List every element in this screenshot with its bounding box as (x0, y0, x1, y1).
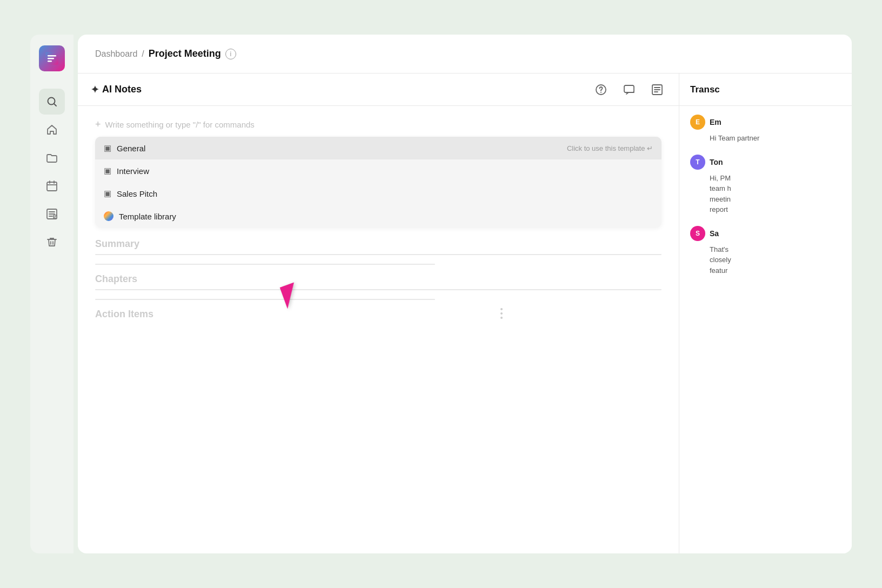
ai-notes-text: AI Notes (102, 84, 142, 95)
sidebar (30, 35, 74, 553)
breadcrumb-dashboard: Dashboard (95, 49, 137, 59)
sparkle-icon: ✦ (91, 84, 99, 96)
avatar-s: S (690, 226, 705, 241)
avatar-t: T (690, 155, 705, 170)
avatar-e: E (690, 115, 705, 130)
main-content: Dashboard / Project Meeting i ✦ AI Notes (78, 35, 852, 553)
notes-list-button[interactable] (649, 81, 666, 98)
chat-button[interactable] (620, 81, 638, 98)
transcript-header: Transc (679, 74, 852, 106)
template-dropdown: ▣ General Click to use this template ↵ ▣… (95, 137, 662, 228)
message-text-s: That'scloselyfeatur (690, 244, 841, 276)
notes-toolbar: ✦ AI Notes (78, 74, 679, 106)
sender-t: Ton (710, 158, 723, 166)
summary-line-short (95, 264, 435, 265)
message-header-e: E Em (690, 115, 841, 130)
template-interview-icon: ▣ (104, 166, 111, 176)
sidebar-item-home[interactable] (39, 117, 65, 143)
toolbar-icons (592, 81, 666, 98)
app-wrapper: Dashboard / Project Meeting i ✦ AI Notes (30, 35, 852, 553)
sender-s: Sa (710, 229, 719, 238)
chapters-line-short (95, 299, 435, 300)
template-item-general[interactable]: ▣ General Click to use this template ↵ (95, 137, 662, 159)
chapters-line-full (95, 289, 662, 290)
breadcrumb-info-button[interactable]: i (225, 49, 236, 59)
app-logo[interactable] (39, 45, 65, 71)
action-items-section: Action Items (95, 309, 662, 320)
write-prompt[interactable]: + Write something or type "/" for comman… (95, 119, 662, 130)
transcript-body: E Em Hi Team partner T Ton Hi, PMteam hm… (679, 106, 852, 553)
scrollbar-dot-3 (500, 317, 503, 319)
template-click-hint: Click to use this template ↵ (567, 144, 653, 152)
sidebar-nav (30, 89, 74, 255)
transcript-panel: Transc E Em Hi Team partner T (679, 74, 852, 553)
sidebar-item-tasks[interactable] (39, 201, 65, 227)
svg-rect-2 (48, 58, 54, 59)
svg-rect-1 (48, 55, 56, 57)
write-prompt-plus-icon: + (95, 119, 101, 130)
sidebar-item-folder[interactable] (39, 145, 65, 171)
svg-rect-5 (47, 182, 57, 191)
scrollbar-dot-2 (500, 312, 503, 315)
summary-section: Summary (95, 238, 662, 265)
chapters-section: Chapters (95, 273, 662, 300)
breadcrumb: Dashboard / Project Meeting i (95, 48, 236, 59)
notes-panel: ✦ AI Notes (78, 74, 679, 553)
ai-notes-label: ✦ AI Notes (91, 84, 584, 96)
template-library-icon (104, 211, 113, 221)
help-button[interactable] (592, 81, 610, 98)
template-sales-icon: ▣ (104, 189, 111, 198)
template-doc-icon: ▣ (104, 143, 111, 153)
sidebar-item-search[interactable] (39, 89, 65, 115)
summary-line-full (95, 254, 662, 255)
message-text-e: Hi Team partner (690, 133, 841, 144)
sender-e: Em (710, 118, 721, 126)
action-items-header: Action Items (95, 309, 662, 320)
write-prompt-text: Write something or type "/" for commands (105, 120, 255, 129)
header: Dashboard / Project Meeting i (78, 35, 852, 74)
svg-rect-3 (48, 61, 52, 62)
content-area: ✦ AI Notes (78, 74, 852, 553)
scrollbar[interactable] (500, 308, 503, 319)
message-text-t: Hi, PMteam hmeetinreport (690, 173, 841, 215)
summary-header: Summary (95, 238, 662, 250)
template-sales-label: Sales Pitch (117, 189, 157, 198)
template-item-sales-pitch[interactable]: ▣ Sales Pitch (95, 182, 662, 205)
breadcrumb-separator: / (142, 49, 144, 59)
message-header-s: S Sa (690, 226, 841, 241)
chapters-header: Chapters (95, 273, 662, 285)
template-general-label: General (117, 144, 145, 153)
sidebar-item-trash[interactable] (39, 229, 65, 255)
template-interview-label: Interview (117, 166, 149, 176)
notes-body: + Write something or type "/" for comman… (78, 106, 679, 553)
svg-rect-10 (624, 85, 634, 92)
transcript-message-t: T Ton Hi, PMteam hmeetinreport (690, 155, 841, 215)
transcript-title: Transc (690, 84, 720, 95)
template-item-interview[interactable]: ▣ Interview (95, 159, 662, 182)
breadcrumb-current: Project Meeting (149, 48, 221, 59)
template-item-library[interactable]: Template library (95, 205, 662, 228)
transcript-message-s: S Sa That'scloselyfeatur (690, 226, 841, 276)
svg-point-9 (600, 92, 602, 93)
transcript-message-e: E Em Hi Team partner (690, 115, 841, 144)
message-header-t: T Ton (690, 155, 841, 170)
template-library-label: Template library (119, 212, 176, 221)
scrollbar-dot-1 (500, 308, 503, 310)
sidebar-item-calendar[interactable] (39, 173, 65, 199)
